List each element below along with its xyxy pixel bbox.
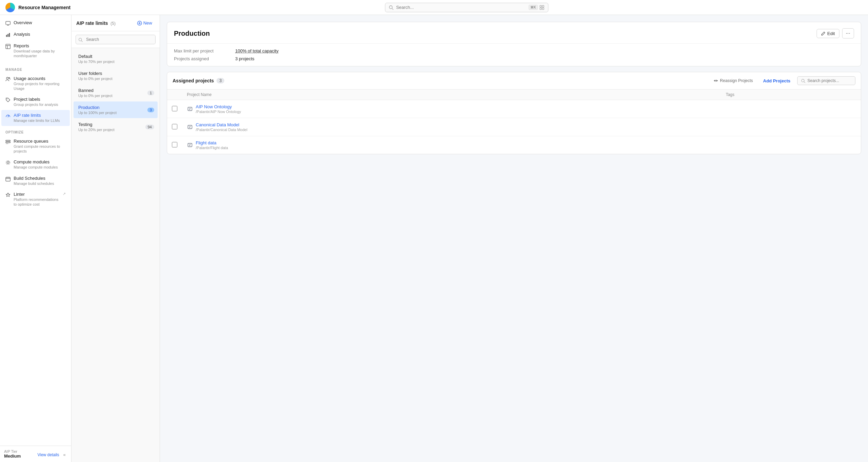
rate-item-production-sub: Up to 100% per project	[78, 111, 153, 115]
reassign-icon	[713, 78, 718, 83]
rate-item-production[interactable]: Production Up to 100% per project 3	[74, 101, 158, 118]
usage-accounts-label: Usage accounts	[14, 76, 66, 81]
project-link-canonical[interactable]: Canonical Data Model	[196, 122, 239, 127]
table-row: AIP Now Ontology /Palantir/AIP Now Ontol…	[167, 100, 861, 118]
resource-queues-label: Resource queues	[14, 139, 66, 144]
topbar: Resource Management ⌘K	[0, 0, 868, 15]
project-search[interactable]	[797, 76, 855, 85]
compute-modules-label: Compute modules	[14, 159, 66, 164]
tier-label: AIP Tier	[4, 449, 21, 453]
project-icon-aip	[187, 106, 193, 112]
max-limit-label: Max limit per project	[174, 48, 235, 53]
project-link-flight[interactable]: Flight data	[196, 140, 216, 145]
project-labels-desc: Group projects for analysis	[14, 102, 66, 107]
projects-assigned-value: 3 projects	[235, 56, 854, 61]
detail-title: Production	[174, 30, 210, 37]
svg-line-33	[81, 41, 82, 42]
middle-search-input[interactable]	[76, 35, 156, 44]
sidebar-item-aip-rate-limits[interactable]: AIP rate limits Manage rate limits for L…	[1, 110, 70, 126]
aip-rate-limits-label: AIP rate limits	[14, 113, 66, 118]
svg-rect-6	[6, 21, 10, 25]
manage-section: Usage accounts Group projects for report…	[0, 73, 71, 126]
svg-rect-11	[9, 33, 10, 37]
rate-item-testing-name: Testing	[78, 122, 153, 127]
row-checkbox-flight[interactable]	[172, 142, 177, 147]
project-path-flight: /Palantir/Flight data	[196, 146, 228, 150]
sidebar-item-build-schedules[interactable]: Build Schedules Manage build schedules	[1, 173, 70, 189]
project-search-input[interactable]	[807, 78, 852, 83]
rate-limit-list: Default Up to 70% per project User folde…	[71, 48, 160, 462]
search-input[interactable]	[396, 5, 526, 10]
rate-item-banned-sub: Up to 0% per project	[78, 94, 153, 98]
row-checkbox-aip[interactable]	[172, 106, 177, 111]
reports-label: Reports	[14, 43, 66, 48]
sidebar-footer: AIP Tier Medium View details «	[0, 446, 71, 462]
sidebar-item-reports[interactable]: Reports Download usage data by month/qua…	[1, 41, 70, 61]
view-details-link[interactable]: View details	[37, 452, 59, 457]
tags-header: Tags	[721, 90, 861, 100]
rate-item-user-folders-sub: Up to 0% per project	[78, 77, 153, 81]
rate-item-testing[interactable]: Testing Up to 20% per project 94	[74, 118, 158, 135]
project-link-aip[interactable]: AIP Now Ontology	[196, 104, 232, 109]
calendar-icon	[5, 176, 11, 181]
project-icon-flight	[187, 142, 193, 148]
detail-card: Production Edit ··· Max limit per projec…	[167, 22, 861, 66]
rate-item-banned-badge: 1	[147, 91, 154, 95]
rate-item-banned[interactable]: Banned Up to 0% per project 1	[74, 84, 158, 101]
sidebar-item-analysis[interactable]: Analysis	[1, 29, 70, 40]
reassign-projects-button[interactable]: Reassign Projects	[710, 77, 756, 85]
edit-button[interactable]: Edit	[817, 29, 839, 38]
module-icon	[5, 160, 11, 165]
rate-item-production-name: Production	[78, 105, 153, 110]
project-icon-canonical	[187, 124, 193, 130]
collapse-sidebar-button[interactable]: «	[62, 451, 67, 459]
project-tags-canonical	[721, 118, 861, 136]
app-logo	[5, 3, 15, 12]
queue-icon	[5, 139, 11, 144]
projects-card: Assigned projects 3 Reassign Projects Ad…	[167, 72, 861, 154]
reports-desc: Download usage data by month/quarter	[14, 49, 66, 59]
sidebar-item-overview[interactable]: Overview	[1, 17, 70, 29]
sidebar-item-compute-modules[interactable]: Compute modules Manage compute modules	[1, 157, 70, 172]
svg-rect-22	[6, 143, 9, 144]
sidebar-item-resource-queues[interactable]: Resource queues Grant compute resources …	[1, 136, 70, 157]
search-icon	[389, 5, 393, 10]
middle-search-container	[71, 31, 160, 48]
usage-accounts-desc: Group projects for reporting Usage	[14, 81, 66, 91]
detail-meta: Max limit per project 100% of total capa…	[167, 44, 861, 66]
plus-icon	[137, 21, 142, 26]
rate-item-production-badge: 3	[147, 108, 154, 112]
detail-header: Production Edit ···	[167, 22, 861, 44]
linter-desc: Platform recommendations to optimize cos…	[14, 197, 60, 207]
project-path-canonical: /Palantir/Canonical Data Model	[196, 128, 247, 132]
svg-point-19	[8, 116, 9, 117]
pencil-icon	[821, 31, 825, 36]
svg-rect-12	[6, 44, 10, 49]
svg-rect-9	[6, 35, 7, 37]
svg-rect-5	[542, 8, 544, 10]
row-checkbox-canonical[interactable]	[172, 124, 177, 129]
build-schedules-label: Build Schedules	[14, 176, 66, 181]
sidebar-item-linter[interactable]: Linter Platform recommendations to optim…	[1, 189, 70, 210]
linter-label: Linter	[14, 192, 60, 197]
projects-table: Project Name Tags	[167, 90, 861, 154]
project-tags-aip	[721, 100, 861, 118]
svg-rect-20	[6, 140, 10, 141]
gauge-icon	[5, 113, 11, 118]
project-tags-flight	[721, 136, 861, 154]
table-icon	[5, 44, 11, 49]
svg-line-35	[804, 81, 805, 82]
rate-item-user-folders[interactable]: User folders Up to 0% per project	[74, 67, 158, 84]
sidebar-item-usage-accounts[interactable]: Usage accounts Group projects for report…	[1, 73, 70, 94]
middle-panel: AIP rate limits (5) New Default Up to 70…	[71, 15, 160, 462]
rate-item-testing-sub: Up to 20% per project	[78, 128, 153, 132]
new-button[interactable]: New	[134, 19, 155, 27]
more-options-button[interactable]: ···	[842, 28, 854, 38]
aip-rate-limits-desc: Manage rate limits for LLMs	[14, 118, 66, 123]
add-projects-button[interactable]: Add Projects	[759, 77, 794, 85]
sidebar-item-project-labels[interactable]: Project labels Group projects for analys…	[1, 94, 70, 110]
svg-point-16	[9, 77, 10, 78]
global-search[interactable]: ⌘K	[385, 3, 548, 12]
rate-item-default[interactable]: Default Up to 70% per project	[74, 50, 158, 67]
projects-header: Assigned projects 3 Reassign Projects Ad…	[167, 72, 861, 90]
